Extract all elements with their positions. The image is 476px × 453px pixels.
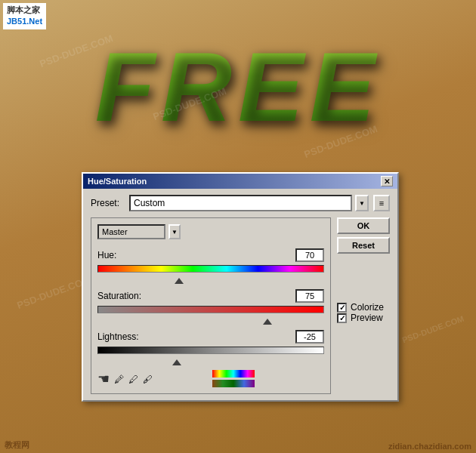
saturation-slider-track	[97, 306, 324, 313]
lightness-thumb	[172, 359, 181, 365]
colorize-label: Colorize	[351, 302, 384, 313]
dialog-content: Preset: Custom ▼ ≡ Master ▼ Hue: 70	[83, 189, 397, 400]
hue-slider-container[interactable]	[97, 265, 324, 279]
lightness-slider-track	[97, 347, 324, 354]
hue-value[interactable]: 70	[295, 248, 324, 262]
saturation-row: Saturation: 75	[97, 289, 324, 319]
lightness-label-row: Lightness: -25	[97, 330, 324, 344]
dialog-action-buttons: OK Reset ✓ Colorize ✓ Preview	[337, 217, 390, 394]
hue-row: Hue: 70	[97, 248, 324, 279]
colorize-row: ✓ Colorize	[337, 302, 390, 313]
preview-row: ✓ Preview	[337, 313, 390, 323]
preset-row: Preset: Custom ▼ ≡	[91, 195, 390, 211]
close-button[interactable]: ✕	[381, 176, 393, 186]
eyedropper-icon[interactable]: 🖉	[114, 374, 124, 385]
eyedropper-plus-icon[interactable]: 🖊	[128, 374, 138, 385]
tree-text: FREE	[95, 30, 382, 143]
preset-settings-button[interactable]: ≡	[373, 195, 390, 211]
eyedropper-minus-icon[interactable]: 🖋	[143, 374, 153, 385]
master-row: Master ▼	[97, 224, 324, 239]
color-bar-bottom	[212, 380, 255, 387]
bottom-section: ☚ 🖉 🖊 🖋	[97, 371, 324, 387]
master-dropdown-arrow[interactable]: ▼	[168, 224, 181, 239]
bottom-right-credit: zidian.chazidian.com	[388, 442, 471, 451]
preview-checkbox[interactable]: ✓	[337, 313, 347, 323]
bottom-left-credit: 教程网	[5, 439, 29, 451]
reset-button[interactable]: Reset	[337, 237, 390, 254]
tree-text-area: FREE	[0, 0, 476, 174]
controls-panel: Master ▼ Hue: 70	[91, 217, 331, 394]
saturation-value[interactable]: 75	[295, 289, 324, 303]
lightness-slider-container[interactable]	[97, 347, 324, 360]
lightness-value[interactable]: -25	[295, 330, 324, 344]
lightness-label: Lightness:	[97, 331, 139, 342]
site-name: 脚本之家	[7, 5, 42, 16]
color-bars-section	[212, 370, 255, 387]
bottom-icons: ☚ 🖉 🖊 🖋	[97, 371, 153, 387]
preset-label: Preset:	[91, 198, 125, 208]
hue-label-row: Hue: 70	[97, 248, 324, 262]
hue-thumb	[175, 278, 184, 284]
master-dropdown[interactable]: Master	[97, 224, 165, 239]
saturation-thumb	[263, 319, 272, 325]
site-url: JB51.Net	[7, 16, 42, 27]
saturation-label: Saturation:	[97, 291, 141, 301]
preset-dropdown-arrow[interactable]: ▼	[355, 195, 369, 211]
dialog-title: Hue/Saturation	[88, 177, 147, 186]
hue-slider-track	[97, 265, 324, 273]
saturation-label-row: Saturation: 75	[97, 289, 324, 303]
dialog-titlebar: Hue/Saturation ✕	[83, 174, 397, 189]
colorize-checkbox[interactable]: ✓	[337, 303, 347, 313]
saturation-slider-container[interactable]	[97, 306, 324, 319]
hand-icon[interactable]: ☚	[97, 371, 110, 387]
color-bar-top	[212, 370, 255, 378]
dialog-main: Master ▼ Hue: 70	[91, 217, 390, 394]
checkbox-area: ✓ Colorize ✓ Preview	[337, 302, 390, 323]
lightness-row: Lightness: -25	[97, 330, 324, 360]
top-logo: 脚本之家 JB51.Net	[3, 3, 46, 29]
preview-label: Preview	[351, 313, 383, 323]
ok-button[interactable]: OK	[337, 217, 390, 234]
hue-label: Hue:	[97, 250, 116, 260]
hue-saturation-dialog: Hue/Saturation ✕ Preset: Custom ▼ ≡ Mast…	[82, 172, 399, 402]
preset-dropdown-value[interactable]: Custom	[129, 195, 352, 211]
